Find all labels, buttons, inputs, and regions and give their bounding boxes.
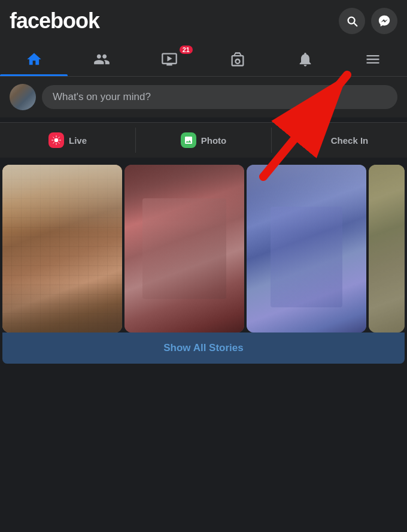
nav-watch[interactable]: 21 (136, 42, 204, 76)
checkin-button[interactable]: Check In (272, 128, 407, 153)
photo-label: Photo (201, 135, 227, 146)
story-card-2[interactable] (124, 165, 244, 332)
post-input[interactable]: What's on your mind? (42, 85, 397, 109)
live-label: Live (69, 135, 87, 146)
nav-notifications[interactable] (271, 42, 339, 76)
nav-friends[interactable] (68, 42, 135, 76)
header-icons (339, 8, 397, 34)
post-box-container: What's on your mind? (0, 77, 407, 117)
post-actions: Live Photo Check In (0, 122, 407, 158)
menu-icon (365, 51, 381, 68)
stories-section: Show All Stories (0, 162, 407, 364)
stories-grid (0, 162, 407, 332)
marketplace-icon (229, 51, 246, 68)
friends-icon (93, 51, 110, 68)
live-icon (48, 132, 64, 148)
bell-icon (297, 51, 314, 68)
messenger-button[interactable] (371, 8, 397, 34)
photo-icon (181, 132, 196, 148)
story-card-1[interactable] (2, 165, 122, 332)
live-button[interactable]: Live (0, 128, 136, 153)
nav-marketplace[interactable] (204, 42, 271, 76)
checkin-label: Check In (331, 135, 369, 146)
navbar: 21 (0, 42, 407, 77)
story-card-4[interactable] (369, 165, 405, 332)
home-icon (26, 51, 42, 68)
nav-menu[interactable] (339, 42, 407, 76)
watch-icon (161, 51, 178, 68)
watch-badge: 21 (180, 46, 193, 54)
checkin-icon (311, 132, 326, 148)
user-avatar (10, 84, 36, 110)
svg-point-0 (54, 138, 59, 143)
story-card-3[interactable] (247, 165, 366, 332)
search-icon (345, 14, 359, 28)
facebook-logo: facebook (10, 8, 99, 34)
nav-home[interactable] (0, 42, 68, 76)
header: facebook (0, 0, 407, 42)
photo-button[interactable]: Photo (136, 128, 272, 153)
messenger-icon (378, 14, 391, 28)
search-button[interactable] (339, 8, 365, 34)
show-all-stories-button[interactable]: Show All Stories (2, 332, 405, 364)
